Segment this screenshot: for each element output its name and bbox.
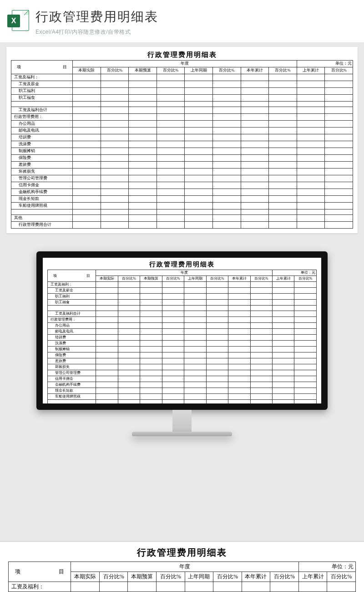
cell[interactable] bbox=[118, 370, 140, 376]
cell[interactable] bbox=[185, 134, 213, 141]
cell[interactable] bbox=[162, 358, 184, 364]
cell[interactable] bbox=[250, 306, 272, 311]
cell[interactable] bbox=[297, 81, 325, 88]
cell[interactable] bbox=[96, 329, 118, 335]
cell[interactable] bbox=[250, 370, 272, 376]
cell[interactable] bbox=[73, 107, 101, 114]
cell[interactable] bbox=[297, 196, 325, 203]
cell[interactable] bbox=[213, 81, 241, 88]
cell[interactable] bbox=[269, 107, 297, 114]
cell[interactable] bbox=[269, 175, 297, 182]
cell[interactable] bbox=[206, 311, 228, 317]
cell[interactable] bbox=[241, 95, 269, 102]
cell[interactable] bbox=[297, 121, 325, 128]
cell[interactable] bbox=[228, 352, 250, 358]
cell[interactable] bbox=[273, 394, 294, 400]
cell[interactable] bbox=[73, 162, 101, 168]
cell[interactable] bbox=[140, 306, 162, 311]
cell[interactable] bbox=[325, 155, 353, 162]
cell[interactable] bbox=[213, 168, 241, 175]
cell[interactable] bbox=[101, 74, 129, 81]
cell[interactable] bbox=[157, 182, 185, 189]
cell[interactable] bbox=[157, 81, 185, 88]
cell[interactable] bbox=[228, 358, 250, 364]
cell[interactable] bbox=[185, 168, 213, 175]
cell[interactable] bbox=[184, 323, 206, 329]
cell[interactable] bbox=[273, 388, 294, 394]
cell[interactable] bbox=[241, 203, 269, 209]
cell[interactable] bbox=[157, 148, 185, 155]
cell[interactable] bbox=[101, 222, 129, 229]
cell[interactable] bbox=[242, 582, 270, 592]
cell[interactable] bbox=[206, 341, 228, 347]
cell[interactable] bbox=[101, 155, 129, 162]
cell[interactable] bbox=[297, 168, 325, 175]
cell[interactable] bbox=[118, 311, 140, 317]
cell[interactable] bbox=[269, 196, 297, 203]
cell[interactable] bbox=[157, 162, 185, 168]
cell[interactable] bbox=[185, 189, 213, 196]
cell[interactable] bbox=[118, 288, 140, 294]
cell[interactable] bbox=[325, 162, 353, 168]
cell[interactable] bbox=[185, 141, 213, 148]
cell[interactable] bbox=[73, 88, 101, 95]
cell[interactable] bbox=[184, 282, 206, 288]
cell[interactable] bbox=[157, 134, 185, 141]
cell[interactable] bbox=[73, 189, 101, 196]
cell[interactable] bbox=[184, 317, 206, 323]
cell[interactable] bbox=[184, 300, 206, 306]
cell[interactable] bbox=[129, 155, 157, 162]
cell[interactable] bbox=[129, 182, 157, 189]
cell[interactable] bbox=[269, 182, 297, 189]
cell[interactable] bbox=[157, 114, 185, 121]
cell[interactable] bbox=[294, 352, 317, 358]
cell[interactable] bbox=[96, 288, 118, 294]
cell[interactable] bbox=[140, 323, 162, 329]
cell[interactable] bbox=[241, 182, 269, 189]
cell[interactable] bbox=[185, 155, 213, 162]
cell[interactable] bbox=[96, 364, 118, 370]
cell[interactable] bbox=[241, 134, 269, 141]
cell[interactable] bbox=[185, 175, 213, 182]
cell[interactable] bbox=[162, 306, 184, 311]
cell[interactable] bbox=[162, 300, 184, 306]
cell[interactable] bbox=[96, 382, 118, 388]
cell[interactable] bbox=[294, 370, 317, 376]
cell[interactable] bbox=[184, 311, 206, 317]
cell[interactable] bbox=[118, 282, 140, 288]
cell[interactable] bbox=[206, 306, 228, 311]
cell[interactable] bbox=[206, 347, 228, 352]
cell[interactable] bbox=[118, 364, 140, 370]
cell[interactable] bbox=[96, 400, 118, 404]
cell[interactable] bbox=[129, 121, 157, 128]
cell[interactable] bbox=[228, 347, 250, 352]
cell[interactable] bbox=[241, 121, 269, 128]
cell[interactable] bbox=[101, 114, 129, 121]
cell[interactable] bbox=[250, 323, 272, 329]
cell[interactable] bbox=[206, 376, 228, 382]
cell[interactable] bbox=[140, 329, 162, 335]
cell[interactable] bbox=[206, 317, 228, 323]
cell[interactable] bbox=[325, 128, 353, 134]
cell[interactable] bbox=[129, 175, 157, 182]
cell[interactable] bbox=[140, 394, 162, 400]
cell[interactable] bbox=[129, 74, 157, 81]
cell[interactable] bbox=[185, 215, 213, 222]
cell[interactable] bbox=[96, 300, 118, 306]
cell[interactable] bbox=[325, 141, 353, 148]
cell[interactable] bbox=[273, 352, 294, 358]
cell[interactable] bbox=[273, 300, 294, 306]
cell[interactable] bbox=[213, 209, 241, 215]
cell[interactable] bbox=[241, 209, 269, 215]
cell[interactable] bbox=[96, 335, 118, 341]
cell[interactable] bbox=[250, 294, 272, 300]
cell[interactable] bbox=[96, 358, 118, 364]
cell[interactable] bbox=[228, 311, 250, 317]
cell[interactable] bbox=[325, 222, 353, 229]
cell[interactable] bbox=[129, 162, 157, 168]
cell[interactable] bbox=[184, 352, 206, 358]
cell[interactable] bbox=[269, 168, 297, 175]
cell[interactable] bbox=[140, 282, 162, 288]
cell[interactable] bbox=[162, 329, 184, 335]
cell[interactable] bbox=[294, 317, 317, 323]
